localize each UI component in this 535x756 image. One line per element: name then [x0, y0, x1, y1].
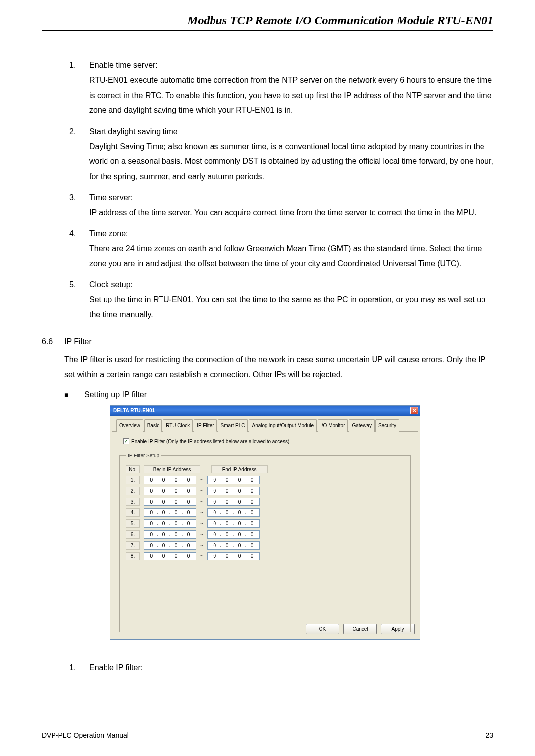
ip-octet[interactable]: 0	[172, 519, 181, 528]
ip-octet[interactable]: 0	[235, 552, 244, 561]
ip-octet[interactable]: 0	[184, 530, 193, 539]
ip-octet[interactable]: 0	[147, 508, 156, 517]
ip-octet[interactable]: 0	[248, 497, 257, 506]
ip-octet[interactable]: 0	[172, 486, 181, 496]
ip-end-field[interactable]: 0.0.0.0	[207, 487, 260, 495]
dot: .	[245, 476, 247, 484]
ip-octet[interactable]: 0	[235, 530, 244, 539]
ip-octet[interactable]: 0	[248, 508, 257, 517]
ip-octet[interactable]: 0	[172, 541, 181, 550]
ip-begin-field[interactable]: 0.0.0.0	[144, 552, 196, 560]
tab-overview[interactable]: Overview	[116, 419, 143, 432]
ip-octet[interactable]: 0	[222, 508, 231, 517]
ip-octet[interactable]: 0	[147, 552, 156, 561]
fieldset-legend: IP Filter Setup	[126, 451, 161, 460]
dot: .	[233, 508, 234, 517]
ip-octet[interactable]: 0	[248, 541, 257, 550]
ip-octet[interactable]: 0	[210, 486, 219, 496]
ip-octet[interactable]: 0	[248, 486, 257, 496]
dot: .	[245, 530, 247, 539]
ip-octet[interactable]: 0	[210, 475, 219, 485]
ip-octet[interactable]: 0	[159, 541, 168, 550]
ip-octet[interactable]: 0	[235, 486, 244, 496]
section-body: The IP filter is used for restricting th…	[42, 353, 493, 383]
ip-octet[interactable]: 0	[172, 497, 181, 506]
ip-octet[interactable]: 0	[159, 530, 168, 539]
ip-octet[interactable]: 0	[235, 497, 244, 506]
ip-octet[interactable]: 0	[147, 475, 156, 485]
ip-octet[interactable]: 0	[222, 497, 231, 506]
ip-octet[interactable]: 0	[235, 508, 244, 517]
ip-octet[interactable]: 0	[248, 552, 257, 561]
ip-octet[interactable]: 0	[210, 508, 219, 517]
ip-end-field[interactable]: 0.0.0.0	[207, 476, 260, 484]
tab-rtu-clock[interactable]: RTU Clock	[163, 419, 193, 432]
ip-end-field[interactable]: 0.0.0.0	[207, 519, 260, 528]
ip-octet[interactable]: 0	[159, 552, 168, 561]
ip-begin-field[interactable]: 0.0.0.0	[144, 476, 196, 484]
ip-octet[interactable]: 0	[248, 475, 257, 485]
ip-octet[interactable]: 0	[222, 486, 231, 496]
tab-security[interactable]: Security	[375, 419, 399, 432]
ip-octet[interactable]: 0	[235, 541, 244, 550]
ip-begin-field[interactable]: 0.0.0.0	[144, 508, 196, 517]
ip-octet[interactable]: 0	[210, 519, 219, 528]
ip-octet[interactable]: 0	[184, 541, 193, 550]
ip-octet[interactable]: 0	[159, 486, 168, 496]
ip-octet[interactable]: 0	[222, 552, 231, 561]
ip-octet[interactable]: 0	[235, 519, 244, 528]
tab-basic[interactable]: Basic	[144, 419, 162, 432]
ip-octet[interactable]: 0	[248, 519, 257, 528]
ip-octet[interactable]: 0	[172, 475, 181, 485]
ip-octet[interactable]: 0	[159, 475, 168, 485]
ip-octet[interactable]: 0	[147, 519, 156, 528]
ip-octet[interactable]: 0	[172, 530, 181, 539]
ip-octet[interactable]: 0	[147, 497, 156, 506]
ip-begin-field[interactable]: 0.0.0.0	[144, 487, 196, 495]
ip-end-field[interactable]: 0.0.0.0	[207, 541, 260, 550]
list-item-number: 1.	[69, 660, 89, 675]
ip-octet[interactable]: 0	[222, 475, 231, 485]
ip-octet[interactable]: 0	[184, 475, 193, 485]
ip-octet[interactable]: 0	[222, 519, 231, 528]
ip-octet[interactable]: 0	[210, 552, 219, 561]
ip-octet[interactable]: 0	[184, 486, 193, 496]
ip-octet[interactable]: 0	[147, 530, 156, 539]
titlebar[interactable]: DELTA RTU-EN01 ✕	[110, 406, 420, 416]
ip-octet[interactable]: 0	[172, 552, 181, 561]
ip-octet[interactable]: 0	[184, 497, 193, 506]
ip-octet[interactable]: 0	[235, 475, 244, 485]
ip-begin-field[interactable]: 0.0.0.0	[144, 530, 196, 539]
ip-octet[interactable]: 0	[184, 508, 193, 517]
ip-octet[interactable]: 0	[210, 530, 219, 539]
tab-gateway[interactable]: Gateway	[349, 419, 374, 432]
ip-octet[interactable]: 0	[159, 497, 168, 506]
ip-octet[interactable]: 0	[184, 552, 193, 561]
ip-octet[interactable]: 0	[159, 508, 168, 517]
close-button[interactable]: ✕	[410, 407, 418, 414]
ip-octet[interactable]: 0	[159, 519, 168, 528]
ip-begin-field[interactable]: 0.0.0.0	[144, 519, 196, 528]
ip-octet[interactable]: 0	[222, 530, 231, 539]
ip-begin-field[interactable]: 0.0.0.0	[144, 541, 196, 550]
ip-octet[interactable]: 0	[248, 530, 257, 539]
enable-ip-filter-checkbox[interactable]: ✓	[123, 438, 129, 444]
ip-octet[interactable]: 0	[210, 497, 219, 506]
tab-i-o-monitor[interactable]: I/O Monitor	[318, 419, 348, 432]
tab-analog-input-output-module[interactable]: Analog Input/Output Module	[249, 419, 317, 432]
dot: .	[233, 541, 234, 550]
ip-octet[interactable]: 0	[210, 541, 219, 550]
ip-octet[interactable]: 0	[147, 486, 156, 496]
row-number: 3.	[126, 498, 140, 506]
tab-ip-filter[interactable]: IP Filter	[194, 419, 216, 432]
ip-octet[interactable]: 0	[147, 541, 156, 550]
ip-begin-field[interactable]: 0.0.0.0	[144, 498, 196, 506]
ip-octet[interactable]: 0	[222, 541, 231, 550]
ip-end-field[interactable]: 0.0.0.0	[207, 552, 260, 560]
ip-end-field[interactable]: 0.0.0.0	[207, 508, 260, 517]
ip-end-field[interactable]: 0.0.0.0	[207, 530, 260, 539]
tab-smart-plc[interactable]: Smart PLC	[218, 419, 248, 432]
ip-octet[interactable]: 0	[184, 519, 193, 528]
ip-octet[interactable]: 0	[172, 508, 181, 517]
ip-end-field[interactable]: 0.0.0.0	[207, 498, 260, 506]
